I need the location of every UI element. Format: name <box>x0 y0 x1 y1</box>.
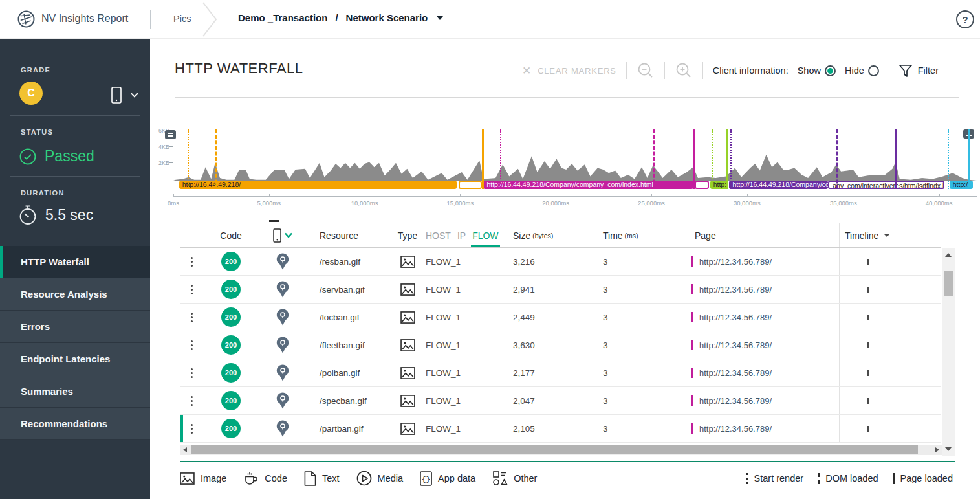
clear-markers-button[interactable]: ✕ CLEAR MARKERS <box>522 65 616 76</box>
row-menu-button[interactable] <box>180 276 203 303</box>
page-cell[interactable]: http://12.34.56.789/ <box>673 304 839 331</box>
nav-pics[interactable]: Pics <box>173 14 191 24</box>
page-ribbon[interactable]: http://16.44.49.218/Company/company_com/… <box>483 181 693 189</box>
y-axis-label: 2KB <box>153 160 169 166</box>
zoom-in-button[interactable] <box>675 61 693 80</box>
page-cell[interactable]: http://12.34.56.789/ <box>673 387 839 414</box>
timeline-column-header[interactable]: Timeline <box>839 223 941 247</box>
sidebar-item-errors[interactable]: Errors <box>0 311 150 343</box>
legend-type-label: Text <box>322 473 340 483</box>
endpoint-pin-icon[interactable] <box>259 276 307 303</box>
scenario-dropdown-caret-icon[interactable] <box>437 16 443 20</box>
zoom-out-button[interactable] <box>637 61 655 80</box>
endpoint-pin-icon[interactable] <box>259 387 307 414</box>
page-ribbon[interactable]: http://16.44.49.218/Company/comp <box>729 181 828 189</box>
resource-name[interactable]: /partban.gif <box>307 415 395 442</box>
row-menu-button[interactable] <box>180 387 203 414</box>
table-row[interactable]: 200/polban.gifFLOW_12,1773http://12.34.5… <box>180 359 941 387</box>
resource-name[interactable]: /specban.gif <box>307 387 395 414</box>
resource-column-header[interactable]: Resource <box>307 223 395 247</box>
resource-name[interactable]: /locban.gif <box>307 304 395 331</box>
marker-solid-icon <box>893 473 895 484</box>
breadcrumb-scenario[interactable]: Network Scenario <box>346 12 428 23</box>
resource-name[interactable]: /resban.gif <box>307 248 395 275</box>
size-column-header[interactable]: Size (bytes) <box>498 223 589 247</box>
scroll-right-arrow-icon[interactable] <box>935 447 939 452</box>
sidebar: GRADE C STATUS Passed DURATION 5.5 sec H… <box>0 39 150 499</box>
resource-name[interactable]: /fleetban.gif <box>307 331 395 359</box>
table-row[interactable]: 200/specban.gifFLOW_12,0473http://12.34.… <box>180 387 941 415</box>
row-menu-button[interactable] <box>180 304 203 331</box>
page-column-header[interactable]: Page <box>673 223 839 247</box>
breadcrumb-transaction[interactable]: Demo _Transaction <box>238 12 327 23</box>
page-ribbon[interactable]: http://16.44.49.218/ <box>179 181 457 189</box>
device-column-header[interactable] <box>259 223 307 247</box>
device-phone-icon[interactable] <box>111 87 122 104</box>
page-cell[interactable]: http://12.34.56.789/ <box>673 248 839 275</box>
endpoint-pin-icon[interactable] <box>259 415 307 442</box>
table-row[interactable]: 200/servban.gifFLOW_12,9413http://12.34.… <box>180 276 941 304</box>
panel-resize-handle[interactable] <box>269 220 279 222</box>
flow-value: FLOW_1 <box>420 304 498 331</box>
sidebar-item-summaries[interactable]: Summaries <box>0 375 150 408</box>
sidebar-item-http-waterfall[interactable]: HTTP Waterfall <box>0 246 150 278</box>
page-ribbon[interactable] <box>695 181 709 189</box>
row-menu-button[interactable] <box>180 415 203 442</box>
group-ip-option[interactable]: IP <box>457 230 466 241</box>
vertical-scrollbar[interactable] <box>942 248 955 456</box>
help-button[interactable]: ? <box>956 10 974 28</box>
table-header: Code Resource Type HOST IP FLOW Size (by… <box>180 223 941 248</box>
page-ribbon[interactable] <box>459 181 482 189</box>
row-menu-button[interactable] <box>180 359 203 386</box>
filter-button[interactable]: Filter <box>899 65 939 77</box>
sidebar-item-recommendations[interactable]: Recommendations <box>0 408 150 440</box>
table-row[interactable]: 200/fleetban.gifFLOW_13,6303http://12.34… <box>180 331 941 359</box>
page-cell[interactable]: http://12.34.56.789/ <box>673 331 839 359</box>
size-value: 3,630 <box>498 331 589 359</box>
endpoint-pin-icon[interactable] <box>259 304 307 331</box>
page-cell[interactable]: http://12.34.56.789/ <box>673 359 839 386</box>
page-url: http://12.34.56.789/ <box>699 340 772 350</box>
group-host-option[interactable]: HOST <box>426 230 451 241</box>
code-column-header[interactable]: Code <box>203 223 259 247</box>
resource-name[interactable]: /polban.gif <box>307 359 395 386</box>
endpoint-pin-icon[interactable] <box>259 248 307 275</box>
waterfall-overview-chart[interactable]: http://16.44.49.218/http://16.44.49.218/… <box>173 129 977 189</box>
device-dropdown-caret-icon[interactable] <box>131 93 138 98</box>
resource-name[interactable]: /servban.gif <box>307 276 395 303</box>
kebab-icon <box>191 368 193 370</box>
group-flow-option[interactable]: FLOW <box>472 223 498 247</box>
scroll-left-arrow-icon[interactable] <box>183 447 187 452</box>
client-info-show-radio[interactable]: Show <box>798 65 836 76</box>
scroll-up-arrow-icon[interactable] <box>945 253 952 257</box>
legend-type-image: Image <box>180 472 226 485</box>
event-marker-orange-dotted <box>188 129 189 189</box>
row-menu-button[interactable] <box>180 331 203 359</box>
endpoint-pin-icon[interactable] <box>259 359 307 386</box>
menu-column-header <box>180 223 203 247</box>
horizontal-scrollbar[interactable] <box>180 445 942 455</box>
horizontal-scroll-thumb[interactable] <box>191 445 918 454</box>
table-row[interactable]: 200/resban.gifFLOW_13,2163http://12.34.5… <box>180 248 941 276</box>
breadcrumb-separator: / <box>335 12 338 23</box>
page-cell[interactable]: http://12.34.56.789/ <box>673 276 839 303</box>
sidebar-item-endpoint-latencies[interactable]: Endpoint Latencies <box>0 343 150 375</box>
status-code-cell: 200 <box>203 304 259 331</box>
page-ribbon[interactable]: any_com/interactiveres/htm/isdfindx.htm <box>828 181 944 189</box>
legend-type-label: Media <box>378 473 404 483</box>
page-cell[interactable]: http://12.34.56.789/ <box>673 415 839 442</box>
client-info-hide-radio[interactable]: Hide <box>845 65 879 76</box>
table-row[interactable]: 200/locban.gifFLOW_12,4493http://12.34.5… <box>180 304 941 331</box>
table-body: 200/resban.gifFLOW_13,2163http://12.34.5… <box>180 248 941 443</box>
type-image-icon <box>395 331 420 359</box>
vertical-scroll-thumb[interactable] <box>944 271 953 296</box>
stopwatch-icon <box>18 205 38 225</box>
chevron-down-icon <box>285 232 292 238</box>
time-column-header[interactable]: Time (ms) <box>589 223 673 247</box>
endpoint-pin-icon[interactable] <box>259 331 307 359</box>
sidebar-item-resource-analysis[interactable]: Resource Analysis <box>0 278 150 311</box>
scroll-down-arrow-icon[interactable] <box>945 447 952 451</box>
table-row[interactable]: 200/partban.gifFLOW_12,1053http://12.34.… <box>180 415 941 443</box>
type-column-header[interactable]: Type <box>395 223 420 247</box>
row-menu-button[interactable] <box>180 248 203 275</box>
